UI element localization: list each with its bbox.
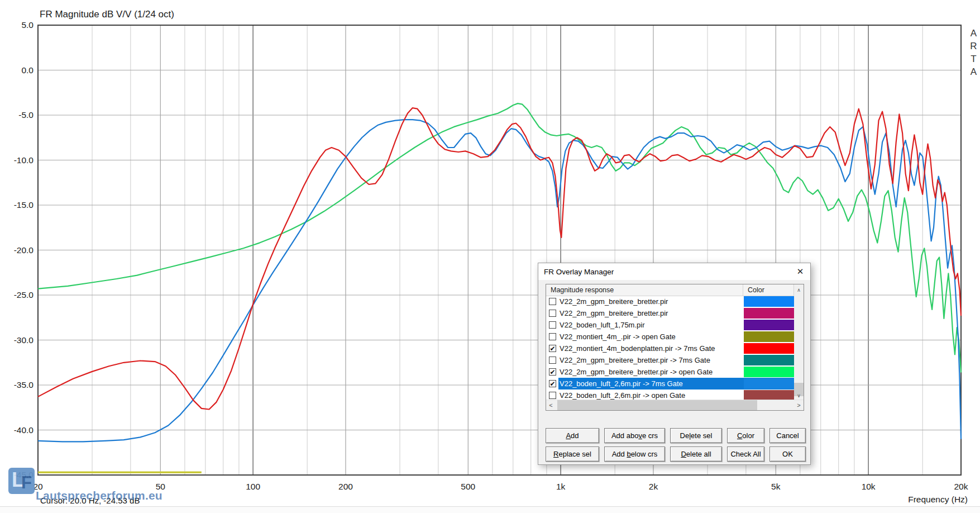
svg-text:-20.0: -20.0 — [14, 245, 34, 255]
ok-button[interactable]: OK — [769, 446, 806, 462]
overlay-row-label: V22_2m_gpm_breitere_bretter.pir — [556, 297, 744, 306]
checkbox-checked[interactable]: ✔ — [549, 368, 556, 376]
svg-text:1k: 1k — [556, 482, 566, 491]
bottom-separator — [0, 506, 980, 513]
color-swatch — [744, 320, 794, 330]
add-above-crs-button[interactable]: Add above crs — [604, 428, 665, 443]
replace-sel-button[interactable]: Replace sel — [546, 446, 599, 462]
overlay-listbox: Magnitude response Color ∧ V22_2m_gpm_br… — [546, 284, 804, 411]
svg-text:-25.0: -25.0 — [14, 290, 34, 300]
svg-text:-35.0: -35.0 — [14, 380, 34, 390]
color-swatch — [744, 331, 794, 342]
vertical-scrollbar[interactable]: ∨ — [794, 296, 804, 400]
add-below-crs-button[interactable]: Add below crs — [604, 446, 665, 462]
svg-text:-30.0: -30.0 — [14, 335, 34, 345]
scroll-left-icon[interactable]: < — [546, 400, 556, 410]
checkbox-unchecked[interactable] — [549, 392, 556, 399]
close-icon[interactable]: ✕ — [790, 263, 810, 280]
horizontal-scrollbar-thumb[interactable] — [557, 400, 757, 410]
column-header-color[interactable]: Color — [743, 284, 794, 296]
chart-title: FR Magnitude dB V/V (1/24 oct) — [40, 9, 174, 20]
scroll-down-icon[interactable]: ∨ — [794, 391, 804, 400]
dialog-titlebar[interactable]: FR Overlay Manager ✕ — [538, 263, 810, 280]
overlay-row[interactable]: V22_2m_gpm_breitere_bretter.pir — [546, 307, 794, 319]
color-swatch — [744, 308, 794, 319]
svg-text:20k: 20k — [954, 482, 968, 491]
watermark-logo-letter-f: F — [21, 473, 32, 493]
column-header-magnitude-response[interactable]: Magnitude response — [546, 284, 743, 296]
fr-magnitude-chart: 20501002005001k2k5k10k20k5.00.0-5.0-10.0… — [0, 0, 980, 513]
arta-logo-vertical: ARTA — [968, 28, 979, 79]
svg-text:0.0: 0.0 — [21, 65, 34, 75]
delete-all-button[interactable]: Delete all — [670, 446, 722, 462]
delete-sel-button[interactable]: Delete sel — [670, 428, 722, 443]
color-swatch — [744, 355, 794, 365]
scroll-right-icon[interactable]: > — [794, 400, 804, 410]
checkbox-unchecked[interactable] — [549, 333, 556, 340]
checkbox-checked[interactable]: ✔ — [549, 380, 556, 387]
curve-v22-boden-luft-2-6m-pir-7ms-gate — [38, 120, 961, 441]
dialog-title: FR Overlay Manager — [544, 268, 614, 276]
svg-text:100: 100 — [246, 482, 260, 491]
curve-v22-montiert-4m-bodenplatten-pir-7ms-gate — [38, 108, 961, 409]
svg-text:5k: 5k — [771, 482, 781, 491]
fr-overlay-manager-dialog: FR Overlay Manager ✕ Magnitude response … — [538, 263, 811, 465]
add-button[interactable]: Add — [546, 428, 599, 443]
overlay-row-label: V22_2m_gpm_breitere_bretter.pir -> 7ms G… — [556, 356, 744, 364]
scroll-up-icon[interactable]: ∧ — [794, 284, 804, 296]
check-all-button[interactable]: Check All — [727, 446, 764, 462]
svg-text:2k: 2k — [649, 482, 658, 491]
overlay-row-label: V22_boden_luft_1,75m.pir — [556, 321, 744, 329]
overlay-list: V22_2m_gpm_breitere_bretter.pirV22_2m_gp… — [546, 296, 794, 400]
watermark-text: Lautsprecherforum.eu — [36, 489, 162, 502]
color-swatch — [744, 390, 794, 400]
svg-text:-40.0: -40.0 — [14, 425, 34, 435]
overlay-row-label: V22_montiert_4m_bodenplatten.pir -> 7ms … — [556, 344, 744, 353]
color-swatch — [744, 378, 794, 389]
checkbox-unchecked[interactable] — [549, 298, 556, 305]
svg-text:200: 200 — [338, 482, 353, 491]
dialog-button-row-1: AddAdd above crsDelete selColorCancel — [546, 428, 806, 443]
list-header: Magnitude response Color ∧ — [546, 284, 804, 296]
svg-text:500: 500 — [461, 482, 475, 491]
cancel-button[interactable]: Cancel — [769, 428, 806, 443]
overlay-row[interactable]: V22_montiert_4m_.pir -> open Gate — [546, 331, 794, 343]
overlay-row-label: V22_boden_luft_2,6m.pir -> open Gate — [556, 391, 744, 400]
overlay-row-label: V22_montiert_4m_.pir -> open Gate — [556, 332, 744, 341]
overlay-row[interactable]: V22_boden_luft_2,6m.pir -> open Gate — [546, 390, 794, 400]
dialog-button-row-2: Replace selAdd below crsDelete allCheck … — [546, 446, 806, 462]
watermark-logo: L F — [8, 468, 35, 494]
svg-text:-10.0: -10.0 — [14, 155, 34, 165]
color-swatch — [744, 296, 794, 307]
checkbox-unchecked[interactable] — [549, 321, 556, 329]
color-swatch — [744, 367, 794, 377]
overlay-row[interactable]: V22_2m_gpm_breitere_bretter.pir — [546, 296, 794, 307]
svg-text:-15.0: -15.0 — [14, 200, 34, 210]
overlay-row[interactable]: V22_2m_gpm_breitere_bretter.pir -> 7ms G… — [546, 354, 794, 366]
horizontal-scrollbar-track[interactable] — [556, 400, 794, 410]
checkbox-checked[interactable]: ✔ — [549, 345, 556, 352]
color-swatch — [744, 343, 794, 354]
checkbox-unchecked[interactable] — [549, 310, 556, 317]
overlay-row[interactable]: V22_boden_luft_1,75m.pir — [546, 319, 794, 331]
svg-text:-5.0: -5.0 — [18, 110, 34, 120]
overlay-row[interactable]: ✔V22_montiert_4m_bodenplatten.pir -> 7ms… — [546, 343, 794, 354]
arta-fr-window: 20501002005001k2k5k10k20k5.00.0-5.0-10.0… — [0, 0, 980, 513]
overlay-row-label: V22_boden_luft_2,6m.pir -> 7ms Gate — [556, 379, 744, 388]
horizontal-scrollbar[interactable]: < > — [546, 400, 804, 410]
overlay-row-label: V22_2m_gpm_breitere_bretter.pir — [556, 309, 744, 317]
color-button[interactable]: Color — [727, 428, 764, 443]
overlay-row[interactable]: ✔V22_boden_luft_2,6m.pir -> 7ms Gate — [546, 378, 794, 390]
svg-text:5.0: 5.0 — [21, 20, 34, 30]
x-axis-title: Frequency (Hz) — [826, 495, 968, 505]
overlay-row-label: V22_2m_gpm_breitere_bretter.pir -> open … — [556, 368, 744, 376]
checkbox-unchecked[interactable] — [549, 357, 556, 364]
overlay-row[interactable]: ✔V22_2m_gpm_breitere_bretter.pir -> open… — [546, 366, 794, 378]
svg-text:10k: 10k — [862, 482, 876, 491]
